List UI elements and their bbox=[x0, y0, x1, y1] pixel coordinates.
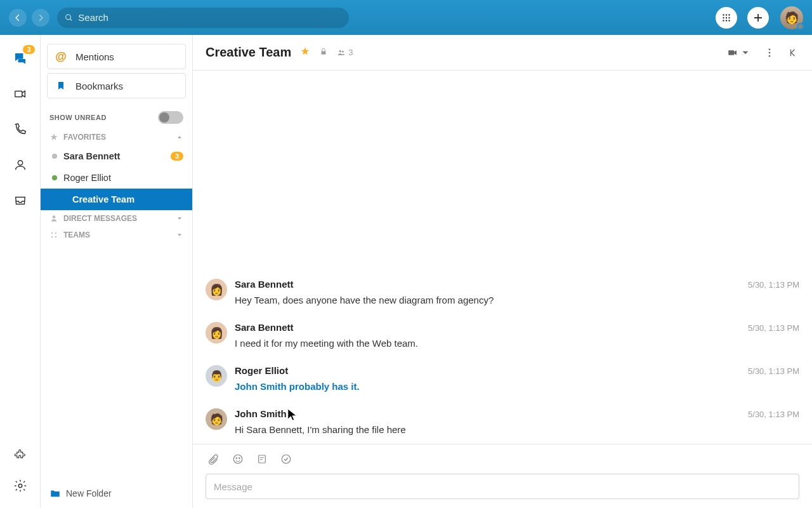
message-input[interactable] bbox=[206, 474, 799, 499]
bookmarks-label: Bookmarks bbox=[75, 81, 123, 91]
chevron-down-icon bbox=[176, 215, 183, 222]
svg-point-24 bbox=[769, 55, 771, 57]
svg-rect-21 bbox=[728, 50, 734, 55]
message: 👨Roger Elliot5/30, 1:13 PMJohn Smith pro… bbox=[206, 358, 799, 401]
section-direct-messages[interactable]: DIRECT MESSAGES bbox=[41, 210, 192, 227]
rail-settings[interactable] bbox=[12, 478, 29, 494]
unread-badge: 3 bbox=[171, 152, 183, 161]
member-count[interactable]: 3 bbox=[337, 48, 353, 57]
dialpad-button[interactable] bbox=[716, 7, 737, 29]
folder-plus-icon bbox=[49, 488, 61, 499]
chevron-up-icon bbox=[176, 133, 183, 141]
kebab-icon bbox=[764, 47, 775, 58]
profile-avatar[interactable]: 🧑 bbox=[780, 6, 803, 29]
rail-video[interactable] bbox=[12, 86, 29, 102]
gear-icon bbox=[13, 479, 27, 493]
sidebar-item-creative-team[interactable]: Creative Team bbox=[41, 189, 192, 210]
message-avatar[interactable]: 👩 bbox=[206, 279, 227, 300]
conversation-name: Sara Bennett bbox=[63, 151, 171, 161]
conversation-title: Creative Team bbox=[206, 45, 291, 60]
conversation-name: Roger Elliot bbox=[63, 173, 183, 183]
message-text: Hey Team, does anyone have the new diagr… bbox=[235, 293, 799, 307]
svg-point-1 bbox=[723, 14, 724, 15]
note-icon bbox=[256, 453, 268, 465]
sidebar-item-sara-bennett[interactable]: Sara Bennett3 bbox=[41, 145, 192, 167]
svg-point-11 bbox=[18, 161, 22, 165]
svg-point-4 bbox=[723, 17, 724, 18]
topbar: 🧑 bbox=[0, 0, 812, 35]
svg-point-15 bbox=[55, 232, 56, 234]
inbox-icon bbox=[13, 194, 27, 208]
rail-phone[interactable] bbox=[12, 121, 29, 138]
mentions-button[interactable]: @ Mentions bbox=[47, 44, 186, 69]
show-unread-toggle[interactable] bbox=[158, 111, 183, 124]
start-video-button[interactable] bbox=[727, 47, 751, 58]
message-list: 👩Sara Bennett5/30, 1:13 PMHey Team, does… bbox=[193, 70, 812, 444]
svg-point-7 bbox=[723, 20, 724, 21]
show-unread-label: SHOW UNREAD bbox=[49, 114, 107, 121]
collapse-panel-button[interactable] bbox=[788, 47, 799, 58]
emoji-button[interactable] bbox=[232, 453, 244, 467]
at-icon: @ bbox=[55, 51, 67, 62]
paperclip-icon bbox=[208, 453, 219, 465]
task-check-button[interactable] bbox=[280, 453, 292, 467]
svg-point-2 bbox=[726, 14, 727, 15]
message-author: Sara Bennett bbox=[235, 279, 294, 290]
video-icon bbox=[727, 47, 738, 58]
favorite-star[interactable] bbox=[300, 46, 310, 58]
message-timestamp: 5/30, 1:13 PM bbox=[748, 410, 799, 419]
svg-point-29 bbox=[282, 455, 291, 464]
message-text: Hi Sara Bennett, I'm sharing the file he… bbox=[235, 423, 799, 436]
message-avatar[interactable]: 👩 bbox=[206, 322, 227, 344]
new-folder-button[interactable]: New Folder bbox=[41, 478, 192, 508]
collapse-icon bbox=[788, 47, 799, 58]
svg-point-26 bbox=[236, 458, 237, 459]
teams-icon bbox=[49, 231, 58, 239]
svg-point-13 bbox=[53, 215, 56, 218]
rail-contacts[interactable] bbox=[12, 157, 29, 173]
svg-rect-18 bbox=[322, 51, 326, 54]
section-teams[interactable]: TEAMS bbox=[41, 227, 192, 243]
message: 👩Sara Bennett5/30, 1:13 PMI need it for … bbox=[206, 314, 799, 358]
svg-point-3 bbox=[728, 14, 730, 15]
svg-point-8 bbox=[726, 20, 727, 21]
composer bbox=[193, 444, 812, 508]
lock-icon bbox=[319, 47, 328, 58]
attach-button[interactable] bbox=[208, 453, 219, 467]
message-text[interactable]: John Smith probably has it. bbox=[235, 380, 799, 393]
message-timestamp: 5/30, 1:13 PM bbox=[748, 323, 799, 333]
svg-point-5 bbox=[726, 17, 727, 18]
plus-icon bbox=[752, 12, 764, 23]
rail-messages[interactable]: 3 bbox=[12, 50, 29, 67]
more-menu-button[interactable] bbox=[764, 47, 775, 58]
nav-back-button[interactable] bbox=[9, 9, 27, 27]
search-bar[interactable] bbox=[57, 8, 349, 28]
presence-dot bbox=[52, 175, 57, 180]
svg-point-22 bbox=[769, 48, 771, 50]
rail-messages-badge: 3 bbox=[23, 45, 34, 54]
message-avatar[interactable]: 👨 bbox=[206, 365, 227, 387]
smiley-icon bbox=[232, 453, 244, 465]
sidebar-item-roger-elliot[interactable]: Roger Elliot bbox=[41, 167, 192, 189]
search-input[interactable] bbox=[78, 12, 341, 23]
section-favorites[interactable]: FAVORITES bbox=[41, 129, 192, 145]
conversation-header: Creative Team 3 bbox=[193, 35, 812, 70]
message-avatar[interactable]: 🧑 bbox=[206, 408, 227, 430]
svg-point-14 bbox=[51, 232, 53, 234]
person-small-icon bbox=[49, 214, 58, 223]
presence-dot bbox=[52, 154, 57, 159]
video-icon bbox=[13, 87, 27, 101]
new-button[interactable] bbox=[747, 7, 769, 29]
nav-forward-button[interactable] bbox=[32, 9, 49, 27]
person-icon bbox=[13, 158, 27, 172]
message-author: Sara Bennett bbox=[235, 322, 294, 333]
phone-icon bbox=[13, 123, 27, 137]
message-author: Roger Elliot bbox=[235, 365, 288, 376]
chevron-down-icon bbox=[176, 231, 183, 239]
svg-point-6 bbox=[728, 17, 730, 18]
rail-apps[interactable] bbox=[12, 446, 29, 462]
bookmarks-button[interactable]: Bookmarks bbox=[47, 73, 186, 98]
note-button[interactable] bbox=[256, 453, 268, 467]
rail-inbox[interactable] bbox=[12, 192, 29, 209]
bookmark-icon bbox=[55, 80, 67, 91]
